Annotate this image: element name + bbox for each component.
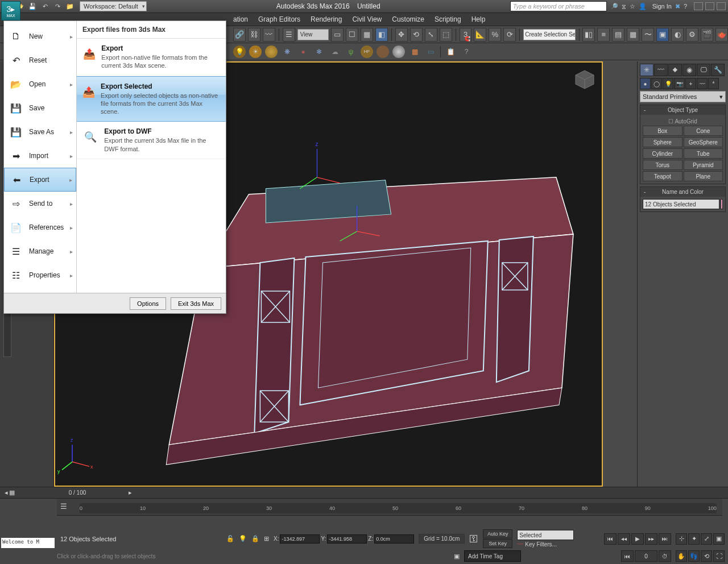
menu-scripting[interactable]: Scripting: [435, 15, 461, 23]
bind-spacewarp-icon[interactable]: 〰: [263, 28, 275, 42]
close-button[interactable]: [717, 2, 726, 10]
lights-tab[interactable]: 💡: [663, 78, 673, 89]
application-button[interactable]: MAX: [1, 1, 20, 20]
primitive-cylinder[interactable]: Cylinder: [643, 148, 682, 159]
angle-snap-icon[interactable]: 📐: [474, 28, 486, 42]
render-icon[interactable]: 🫖: [715, 28, 728, 42]
motion-tab[interactable]: ◉: [682, 64, 696, 76]
favorite-icon[interactable]: ☆: [630, 3, 635, 10]
lock-icon[interactable]: 🔒: [251, 535, 259, 542]
light-icon[interactable]: 💡: [233, 45, 246, 58]
spacewarps-tab[interactable]: 〰: [697, 78, 708, 89]
maximize-viewport-icon[interactable]: ⛶: [713, 550, 725, 562]
viewcube[interactable]: [573, 68, 596, 91]
goto-end-icon[interactable]: ⏭: [659, 533, 671, 545]
particles-icon[interactable]: ❋: [281, 45, 293, 58]
refcoord-icon[interactable]: ⬚: [440, 28, 452, 42]
percent-snap-icon[interactable]: %: [489, 28, 501, 42]
nav-1[interactable]: ⊹: [676, 533, 687, 545]
schematic-icon[interactable]: ▣: [656, 28, 669, 42]
menu-customize[interactable]: Customize: [392, 15, 424, 23]
maximize-button[interactable]: [705, 2, 714, 10]
select-icon[interactable]: ▭: [331, 28, 344, 42]
menu-rendering[interactable]: Rendering: [311, 15, 342, 23]
primitive-pyramid[interactable]: Pyramid: [684, 160, 723, 170]
nav-3[interactable]: ⤢: [701, 533, 712, 545]
time-config-icon[interactable]: ⏱: [659, 550, 671, 562]
object-name-field[interactable]: [643, 199, 719, 209]
keyfilters-button[interactable]: Key Filters...: [525, 541, 557, 548]
curve-editor-icon[interactable]: 〜: [642, 28, 654, 42]
search-input[interactable]: Type a keyword or phrase: [510, 1, 607, 11]
hierarchy-tab[interactable]: ⯁: [668, 64, 682, 76]
save-file-icon[interactable]: 💾: [27, 1, 38, 11]
spinner-snap-icon[interactable]: ⟳: [503, 28, 516, 42]
shapes-tab[interactable]: ◯: [651, 78, 662, 89]
select-name-icon[interactable]: ☐: [346, 28, 358, 42]
coord-y[interactable]: -3441.958: [327, 534, 367, 544]
nav-4[interactable]: ▣: [713, 533, 725, 545]
menu-manage[interactable]: ☰Manage▸: [4, 239, 76, 263]
rotate-icon[interactable]: ⟲: [410, 28, 423, 42]
hair-icon[interactable]: HF: [361, 45, 373, 58]
snap-toggle-icon[interactable]: 3🧲: [460, 28, 472, 42]
goto-start-icon[interactable]: ⏮: [604, 533, 617, 545]
unlink-icon[interactable]: ⛓: [248, 28, 260, 42]
primitive-category-dropdown[interactable]: Standard Primitives▾: [640, 91, 726, 102]
next-frame-icon[interactable]: ▸▸: [645, 533, 657, 545]
cat-icon[interactable]: ▭: [424, 45, 437, 58]
named-selection-set[interactable]: Create Selection Se: [523, 29, 575, 40]
maxscript-mini-listener[interactable]: Welcome to M: [1, 538, 55, 548]
link-icon[interactable]: 🔗: [233, 28, 246, 42]
menu-save[interactable]: 💾Save: [4, 96, 76, 120]
user-icon[interactable]: 👤: [639, 3, 647, 10]
layers-icon[interactable]: ▤: [612, 28, 624, 42]
export-dwf-item[interactable]: 🔍 Export to DWFExport the current 3ds Ma…: [77, 122, 226, 159]
lock-selection-icon[interactable]: 🔓: [226, 535, 234, 542]
primitive-teapot[interactable]: Teapot: [643, 171, 682, 181]
utilities-tab[interactable]: 🔧: [711, 64, 725, 76]
ribbon-icon[interactable]: ▦: [627, 28, 639, 42]
selection-filter-icon[interactable]: ☰: [283, 28, 295, 42]
primitive-box[interactable]: Box: [643, 126, 682, 136]
track-bar[interactable]: ◂ ▦ 0 / 100 ▸: [0, 487, 728, 499]
help2-icon[interactable]: ?: [460, 45, 473, 58]
snow-icon[interactable]: ❄: [313, 45, 325, 58]
orbit-icon[interactable]: ⟲: [701, 550, 712, 562]
sun-icon[interactable]: ☀: [249, 45, 262, 58]
menu-saveas[interactable]: 💾Save As▸: [4, 120, 76, 144]
menu-civilview[interactable]: Civil View: [352, 15, 382, 23]
coord-x[interactable]: -1342.897: [280, 534, 320, 544]
primitive-cone[interactable]: Cone: [684, 126, 723, 136]
workspace-dropdown[interactable]: Workspace: Default: [80, 1, 147, 11]
autogrid-checkbox[interactable]: ☐ AutoGrid: [643, 117, 723, 126]
selection-filter-dropdown[interactable]: View: [297, 29, 329, 40]
menu-import[interactable]: ➡Import▸: [4, 144, 76, 168]
display-tab[interactable]: 🖵: [697, 64, 710, 76]
grass-icon[interactable]: ψ: [345, 45, 357, 58]
timetag-icon[interactable]: ▣: [454, 553, 460, 560]
menu-animation[interactable]: ation: [233, 15, 248, 23]
timeline-config-icon[interactable]: ☰: [60, 502, 67, 511]
keyfilter-icon[interactable]: 〰: [517, 541, 523, 548]
align-icon[interactable]: ≡: [597, 28, 610, 42]
primitive-plane[interactable]: Plane: [684, 171, 723, 181]
exchange-icon[interactable]: ✖: [675, 3, 680, 10]
cameras-tab[interactable]: 📷: [674, 78, 685, 89]
nav-2[interactable]: ✦: [688, 533, 700, 545]
frame-spinner[interactable]: 0: [635, 550, 657, 562]
key-target-dropdown[interactable]: Selected: [517, 530, 574, 540]
geometry-tab[interactable]: ●: [640, 78, 651, 89]
minimize-button[interactable]: [694, 2, 703, 10]
menu-new[interactable]: 🗋New▸: [4, 24, 76, 48]
key-mode-icon[interactable]: ⚿: [469, 534, 478, 544]
key-prev-icon[interactable]: ⏮: [621, 550, 634, 562]
menu-sendto[interactable]: ⇨Send to▸: [4, 192, 76, 215]
walk-icon[interactable]: 👣: [688, 550, 700, 562]
stone-icon[interactable]: [377, 45, 389, 58]
cloud-icon[interactable]: ☁: [329, 45, 341, 58]
populate-icon[interactable]: 📋: [444, 45, 457, 58]
menu-open[interactable]: 📂Open▸: [4, 72, 76, 96]
menu-graph-editors[interactable]: Graph Editors: [258, 15, 300, 23]
coord-z[interactable]: 0.0cm: [374, 534, 414, 544]
